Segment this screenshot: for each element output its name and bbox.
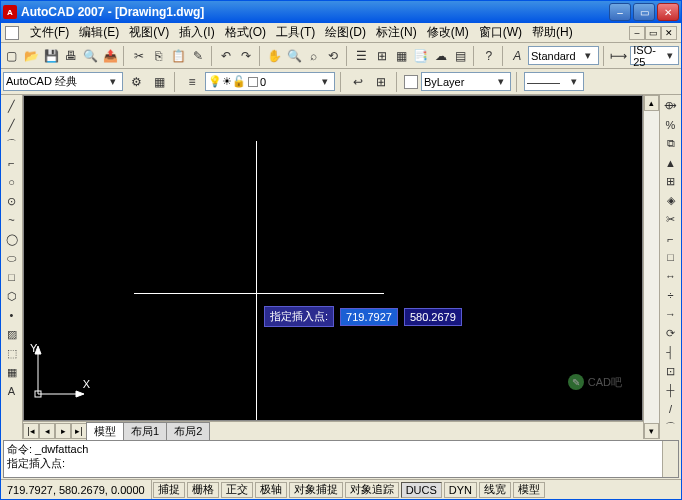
status-toggle-2[interactable]: 正交: [221, 482, 253, 498]
minimize-button[interactable]: –: [609, 3, 631, 21]
layer-prev-icon[interactable]: ↩: [348, 72, 368, 92]
drawing-canvas[interactable]: 指定插入点: 719.7927 580.2679 Y X: [23, 95, 643, 421]
modify-tool-10[interactable]: ÷: [662, 286, 680, 304]
menu-item-1[interactable]: 编辑(E): [74, 22, 124, 43]
vertical-scrollbar[interactable]: ▴ ▾: [643, 95, 659, 439]
menu-item-0[interactable]: 文件(F): [25, 22, 74, 43]
draw-tool-7[interactable]: ◯: [3, 230, 21, 248]
dimstyle-icon[interactable]: ⟼: [609, 46, 628, 66]
tab-nav-3[interactable]: ▸|: [71, 423, 87, 439]
modify-tool-0[interactable]: ⟴: [662, 97, 680, 115]
textstyle-combo[interactable]: Standard▾: [528, 46, 599, 65]
draw-tool-4[interactable]: ○: [3, 173, 21, 191]
preview-icon[interactable]: 🔍: [82, 46, 100, 66]
modify-tool-8[interactable]: □: [662, 249, 680, 267]
linetype-combo[interactable]: ———▾: [524, 72, 584, 91]
properties-icon[interactable]: ☰: [353, 46, 371, 66]
status-toggle-0[interactable]: 捕捉: [153, 482, 185, 498]
maximize-button[interactable]: ▭: [633, 3, 655, 21]
menu-item-10[interactable]: 帮助(H): [527, 22, 578, 43]
plot-icon[interactable]: 🖶: [62, 46, 80, 66]
dyn-y-input[interactable]: 580.2679: [404, 308, 462, 326]
draw-tool-1[interactable]: ╱: [3, 116, 21, 134]
status-toggle-8[interactable]: 线宽: [479, 482, 511, 498]
layout-tab-1[interactable]: 布局1: [123, 422, 167, 440]
cut-icon[interactable]: ✂: [130, 46, 148, 66]
menu-item-7[interactable]: 标注(N): [371, 22, 422, 43]
new-icon[interactable]: ▢: [3, 46, 21, 66]
draw-tool-15[interactable]: A: [3, 382, 21, 400]
mdi-minimize[interactable]: –: [629, 26, 645, 40]
tab-nav-0[interactable]: |◂: [23, 423, 39, 439]
scroll-down-button[interactable]: ▾: [644, 423, 659, 439]
status-toggle-6[interactable]: DUCS: [401, 482, 442, 498]
redo-icon[interactable]: ↷: [237, 46, 255, 66]
draw-tool-9[interactable]: □: [3, 268, 21, 286]
modify-tool-11[interactable]: →: [662, 305, 680, 323]
close-button[interactable]: ✕: [657, 3, 679, 21]
status-toggle-3[interactable]: 极轴: [255, 482, 287, 498]
modify-tool-9[interactable]: ↔: [662, 267, 680, 285]
scroll-track[interactable]: [644, 111, 659, 423]
layer-manager-icon[interactable]: ≡: [182, 72, 202, 92]
workspace-settings-icon[interactable]: ⚙: [126, 72, 146, 92]
menu-item-9[interactable]: 窗口(W): [474, 22, 527, 43]
modify-tool-17[interactable]: ⌒: [662, 419, 680, 437]
publish-icon[interactable]: 📤: [101, 46, 119, 66]
draw-tool-3[interactable]: ⌐: [3, 154, 21, 172]
toolpalette-icon[interactable]: ▦: [392, 46, 410, 66]
color-combo[interactable]: ByLayer▾: [421, 72, 511, 91]
sheetset-icon[interactable]: 📑: [412, 46, 430, 66]
markup-icon[interactable]: ☁: [432, 46, 450, 66]
menu-item-5[interactable]: 工具(T): [271, 22, 320, 43]
draw-tool-5[interactable]: ⊙: [3, 192, 21, 210]
workspace-combo[interactable]: AutoCAD 经典▾: [3, 72, 123, 91]
mdi-restore[interactable]: ▭: [645, 26, 661, 40]
coord-display[interactable]: 719.7927, 580.2679, 0.0000: [1, 480, 152, 499]
designcenter-icon[interactable]: ⊞: [373, 46, 391, 66]
draw-tool-0[interactable]: ╱: [3, 97, 21, 115]
workspace-save-icon[interactable]: ▦: [149, 72, 169, 92]
undo-icon[interactable]: ↶: [217, 46, 235, 66]
layout-tab-0[interactable]: 模型: [86, 422, 124, 440]
dyn-x-input[interactable]: 719.7927: [340, 308, 398, 326]
modify-tool-2[interactable]: ⧉: [662, 135, 680, 153]
draw-tool-12[interactable]: ▨: [3, 325, 21, 343]
command-window[interactable]: 命令: _dwfattach 指定插入点:: [3, 440, 679, 478]
modify-tool-15[interactable]: ┼: [662, 381, 680, 399]
status-toggle-9[interactable]: 模型: [513, 482, 545, 498]
modify-tool-1[interactable]: %: [662, 116, 680, 134]
match-icon[interactable]: ✎: [189, 46, 207, 66]
draw-tool-10[interactable]: ⬡: [3, 287, 21, 305]
draw-tool-8[interactable]: ⬭: [3, 249, 21, 267]
modify-tool-16[interactable]: /: [662, 400, 680, 418]
status-toggle-1[interactable]: 栅格: [187, 482, 219, 498]
textstyle-icon[interactable]: A: [508, 46, 526, 66]
calc-icon[interactable]: ▤: [451, 46, 469, 66]
modify-tool-4[interactable]: ⊞: [662, 173, 680, 191]
draw-tool-2[interactable]: ⌒: [3, 135, 21, 153]
menu-item-8[interactable]: 修改(M): [422, 22, 474, 43]
tab-nav-1[interactable]: ◂: [39, 423, 55, 439]
save-icon[interactable]: 💾: [42, 46, 60, 66]
open-icon[interactable]: 📂: [23, 46, 41, 66]
scroll-up-button[interactable]: ▴: [644, 95, 659, 111]
draw-tool-6[interactable]: ~: [3, 211, 21, 229]
copy-icon[interactable]: ⎘: [150, 46, 168, 66]
menu-item-2[interactable]: 视图(V): [124, 22, 174, 43]
draw-tool-14[interactable]: ▦: [3, 363, 21, 381]
status-toggle-4[interactable]: 对象捕捉: [289, 482, 343, 498]
layer-states-icon[interactable]: ⊞: [371, 72, 391, 92]
tab-nav-2[interactable]: ▸: [55, 423, 71, 439]
paste-icon[interactable]: 📋: [169, 46, 187, 66]
modify-tool-14[interactable]: ⊡: [662, 362, 680, 380]
command-scrollbar[interactable]: [662, 441, 678, 477]
modify-tool-7[interactable]: ⌐: [662, 230, 680, 248]
zoom-win-icon[interactable]: ⌕: [305, 46, 323, 66]
modify-tool-3[interactable]: ▲: [662, 154, 680, 172]
zoom-prev-icon[interactable]: ⟲: [325, 46, 343, 66]
draw-tool-11[interactable]: •: [3, 306, 21, 324]
layer-combo[interactable]: 💡 ☀ 🔓 0▾: [205, 72, 335, 91]
status-toggle-7[interactable]: DYN: [444, 482, 477, 498]
layout-tab-2[interactable]: 布局2: [166, 422, 210, 440]
